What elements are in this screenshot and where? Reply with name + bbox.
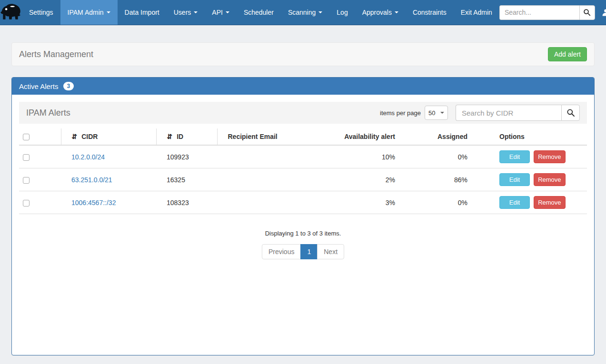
cidr-link[interactable]: 63.251.0.0/21 — [71, 176, 112, 184]
pagination-next[interactable]: Next — [317, 244, 344, 259]
cidr-link[interactable]: 10.2.0.0/24 — [71, 153, 105, 161]
active-alerts-panel: Active Alerts 3 IPAM Alerts items per pa… — [11, 77, 595, 355]
cidr-cell: 1006:4567::/32 — [61, 191, 156, 214]
header-email-label: Recipient Email — [228, 133, 278, 140]
nav-item-label: Settings — [29, 9, 53, 16]
nav-item-exit-admin[interactable]: Exit Admin — [454, 0, 499, 25]
results-summary: Displaying 1 to 3 of 3 items. — [19, 230, 587, 237]
options-cell: Edit Remove — [481, 191, 587, 214]
nav-item-label: Log — [337, 9, 348, 16]
navbar-right — [499, 0, 606, 25]
cidr-search-group — [456, 105, 580, 121]
assigned-cell: 0% — [408, 145, 481, 168]
cidr-search-button[interactable] — [561, 105, 580, 121]
chevron-down-icon — [440, 112, 444, 114]
nav-item-log[interactable]: Log — [329, 0, 355, 25]
assigned-cell: 0% — [408, 191, 481, 214]
row-checkbox[interactable] — [23, 200, 30, 207]
chevron-down-icon — [107, 11, 110, 13]
nav-item-label: Users — [174, 9, 191, 16]
sort-icon: ⇵ — [167, 133, 173, 140]
row-checkbox-cell — [19, 168, 61, 191]
header-availability-label: Availability alert — [344, 133, 395, 140]
remove-button[interactable]: Remove — [534, 196, 566, 209]
chevron-down-icon — [395, 11, 398, 13]
cidr-search-input[interactable] — [456, 105, 561, 121]
top-navbar: SettingsIPAM AdminData ImportUsersAPISch… — [0, 0, 606, 25]
nav-item-users[interactable]: Users — [167, 0, 205, 25]
row-checkbox[interactable] — [23, 177, 30, 184]
toolbar-right: items per page 50 — [380, 105, 580, 121]
search-icon — [566, 108, 575, 117]
id-cell: 108323 — [156, 191, 217, 214]
nav-item-label: API — [212, 9, 223, 16]
items-per-page-label: items per page — [380, 109, 421, 117]
items-per-page-select[interactable]: 50 — [425, 106, 448, 120]
pagination-wrap: Previous 1 Next — [19, 244, 587, 259]
header-recipient-email: Recipient Email — [217, 128, 336, 145]
pagination-page-1[interactable]: 1 — [300, 244, 318, 259]
availability-cell: 3% — [336, 191, 408, 214]
panel-body: IPAM Alerts items per page 50 — [12, 95, 594, 355]
alert-count-badge: 3 — [63, 82, 74, 90]
list-toolbar: IPAM Alerts items per page 50 — [19, 102, 587, 124]
availability-cell: 10% — [336, 145, 408, 168]
select-all-checkbox[interactable] — [23, 134, 30, 140]
header-cidr[interactable]: ⇵ CIDR — [61, 128, 156, 145]
user-menu[interactable] — [595, 9, 606, 17]
table-row: 10.2.0.0/24 109923 10% 0% Edit Remove — [19, 145, 587, 168]
add-alert-button[interactable]: Add alert — [548, 47, 587, 61]
nav-item-label: Constraints — [413, 9, 447, 16]
edit-button[interactable]: Edit — [499, 173, 530, 186]
table-row: 63.251.0.0/21 16325 2% 86% Edit Remove — [19, 168, 587, 191]
nav-item-label: Scheduler — [244, 9, 274, 16]
header-id[interactable]: ⇵ ID — [156, 128, 217, 145]
header-id-label: ID — [177, 133, 183, 140]
id-cell: 109923 — [156, 145, 217, 168]
sort-icon: ⇵ — [72, 133, 78, 140]
header-availability-alert: Availability alert — [336, 128, 408, 145]
nav-item-label: Exit Admin — [461, 9, 492, 16]
options-cell: Edit Remove — [481, 145, 587, 168]
brand-logo[interactable] — [0, 0, 22, 25]
remove-button[interactable]: Remove — [534, 173, 566, 186]
row-checkbox-cell — [19, 191, 61, 214]
nav-item-settings[interactable]: Settings — [22, 0, 60, 25]
chevron-down-icon — [318, 11, 322, 13]
edit-button[interactable]: Edit — [499, 196, 530, 209]
elephant-icon — [0, 3, 22, 21]
items-per-page-value: 50 — [428, 109, 435, 117]
header-checkbox-cell — [19, 128, 61, 145]
header-options-label: Options — [499, 133, 525, 140]
page-header-well: Alerts Management Add alert — [11, 42, 595, 66]
table-row: 1006:4567::/32 108323 3% 0% Edit Remove — [19, 191, 587, 214]
pagination: Previous 1 Next — [262, 244, 344, 259]
alerts-table: ⇵ CIDR ⇵ ID Recipient Email Availability… — [19, 128, 587, 214]
row-checkbox[interactable] — [23, 154, 30, 161]
edit-button[interactable]: Edit — [499, 150, 530, 163]
list-title: IPAM Alerts — [26, 108, 70, 118]
nav-item-data-import[interactable]: Data Import — [118, 0, 167, 25]
navbar-search-input[interactable] — [499, 5, 579, 20]
remove-button[interactable]: Remove — [534, 150, 566, 163]
nav-item-label: Scanning — [288, 9, 316, 16]
nav-item-api[interactable]: API — [205, 0, 237, 25]
header-cidr-label: CIDR — [81, 133, 98, 140]
nav-item-scanning[interactable]: Scanning — [281, 0, 329, 25]
table-header-row: ⇵ CIDR ⇵ ID Recipient Email Availability… — [19, 128, 587, 145]
cidr-cell: 10.2.0.0/24 — [61, 145, 156, 168]
recipient-email-cell — [217, 168, 336, 191]
nav-item-ipam-admin[interactable]: IPAM Admin — [60, 0, 118, 25]
nav-item-label: Approvals — [362, 9, 392, 16]
pagination-previous[interactable]: Previous — [262, 244, 301, 259]
row-checkbox-cell — [19, 145, 61, 168]
nav-item-constraints[interactable]: Constraints — [406, 0, 454, 25]
nav-item-label: IPAM Admin — [68, 9, 104, 16]
cidr-link[interactable]: 1006:4567::/32 — [71, 199, 116, 207]
user-icon — [602, 9, 606, 17]
nav-item-approvals[interactable]: Approvals — [355, 0, 406, 25]
header-assigned: Assigned — [408, 128, 481, 145]
page-title: Alerts Management — [19, 49, 93, 59]
nav-item-scheduler[interactable]: Scheduler — [237, 0, 281, 25]
navbar-search-button[interactable] — [579, 5, 595, 20]
